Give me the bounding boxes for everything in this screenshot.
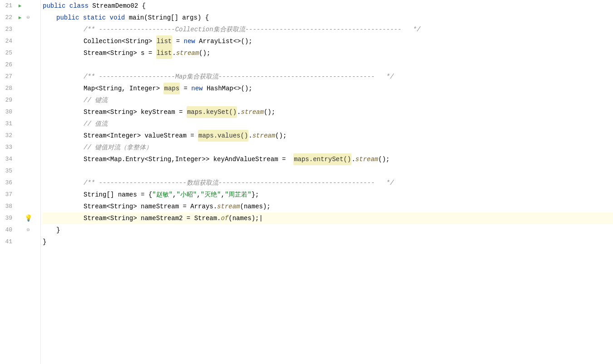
line-number: 37 — [0, 189, 16, 201]
code-line: } — [43, 236, 613, 248]
code-line: // 键流 — [43, 94, 613, 106]
code-text: < — [106, 106, 110, 118]
code-line: /** -----------------------数组获取流--------… — [43, 177, 613, 189]
code-line: } — [43, 224, 613, 236]
code-line — [43, 165, 613, 177]
code-text: main( — [129, 12, 148, 24]
code-text: <>(); — [233, 35, 252, 47]
code-text: , — [221, 189, 225, 201]
code-text: = — [172, 35, 183, 47]
code-line: Stream<String> keyStream = maps.keySet()… — [43, 106, 613, 118]
code-editor: 21▶22▶⊖232425262728293031323334353637383… — [0, 0, 613, 364]
code-text: [] args) { — [171, 12, 209, 24]
code-line — [43, 59, 613, 71]
gutter-row: 25 — [0, 47, 40, 59]
highlighted-variable: list — [156, 35, 173, 47]
method-name: stream — [241, 106, 264, 118]
line-number: 22 — [0, 12, 16, 24]
code-line: // 值流 — [43, 118, 613, 130]
code-text: (); — [264, 106, 275, 118]
type-name: Collection — [84, 35, 122, 47]
type-name: Stream — [84, 153, 106, 165]
block-comment: --------------------Map集合获取流------------… — [95, 71, 394, 83]
string-literal: "灭绝" — [201, 189, 221, 201]
code-line: // 键值对流（拿整体） — [43, 142, 613, 153]
code-text: < — [122, 35, 125, 47]
gutter-row: 26 — [0, 59, 40, 71]
code-line: Stream<String> nameStream2 = Stream.of(n… — [43, 212, 613, 224]
code-text: > s = — [133, 47, 156, 59]
code-line: /** --------------------Collection集合获取流-… — [43, 24, 613, 35]
line-number: 35 — [0, 165, 16, 177]
code-text: , — [171, 153, 175, 165]
type-name: String — [110, 106, 133, 118]
type-name: ArrayList — [199, 35, 233, 47]
type-name: Map.Entry — [110, 153, 145, 165]
type-name: Integer — [110, 130, 137, 142]
code-text: < — [106, 153, 110, 165]
highlighted-variable: maps.keySet() — [187, 106, 237, 118]
line-number: 29 — [0, 94, 16, 106]
code-text: < — [144, 153, 148, 165]
code-text: (); — [199, 47, 210, 59]
gutter-row: 24 — [0, 35, 40, 47]
gutter-row: 30 — [0, 106, 40, 118]
line-number: 40 — [0, 224, 16, 236]
code-text: . — [213, 201, 217, 212]
line-number: 27 — [0, 71, 16, 83]
gutter-row: 39💡 — [0, 212, 40, 224]
code-text: , — [122, 83, 129, 94]
keyword: new — [183, 35, 199, 47]
string-literal: "赵敏" — [152, 189, 173, 201]
keyword: public class — [43, 0, 92, 12]
type-name: String — [110, 201, 133, 212]
gutter-row: 34 — [0, 153, 40, 165]
gutter-row: 40⊖ — [0, 224, 40, 236]
gutter-row: 33 — [0, 142, 40, 153]
line-number: 39 — [0, 212, 16, 224]
type-name: Stream — [84, 212, 106, 224]
code-text: > — [148, 35, 156, 47]
line-number: 28 — [0, 83, 16, 94]
line-fold-icon[interactable]: ⊖ — [24, 12, 32, 24]
highlighted-variable: maps.entrySet() — [293, 153, 351, 165]
type-name: Stream — [84, 201, 106, 212]
type-name: String — [110, 212, 133, 224]
line-run-icon[interactable]: ▶ — [16, 0, 24, 12]
line-run-icon[interactable]: ▶ — [16, 12, 24, 24]
code-text: < — [106, 201, 110, 212]
type-name: String — [148, 153, 171, 165]
code-text: }; — [252, 189, 259, 201]
line-number: 38 — [0, 201, 16, 212]
code-text: , — [173, 189, 176, 201]
line-number: 36 — [0, 177, 16, 189]
type-name: String — [148, 12, 171, 24]
gutter-row: 36 — [0, 177, 40, 189]
code-text: < — [106, 130, 110, 142]
line-number: 26 — [0, 59, 16, 71]
type-name: Stream — [194, 212, 217, 224]
code-text: . — [237, 106, 241, 118]
highlighted-variable: maps — [163, 83, 180, 94]
line-number: 23 — [0, 24, 16, 35]
block-comment: -----------------------数组获取流------------… — [95, 177, 394, 189]
line-number: 41 — [0, 236, 16, 248]
line-fold-icon[interactable]: ⊖ — [24, 224, 32, 236]
type-name: String — [99, 83, 122, 94]
string-literal: "周芷若" — [225, 189, 252, 201]
code-text: >> keyAndValueStream = — [202, 153, 294, 165]
gutter-row: 38 — [0, 201, 40, 212]
class-name: StreamDemo02 { — [92, 0, 146, 12]
line-number: 24 — [0, 35, 16, 47]
gutter-row: 41 — [0, 236, 40, 248]
line-number: 31 — [0, 118, 16, 130]
code-line: String[] names = {"赵敏","小昭","灭绝","周芷若"}; — [43, 189, 613, 201]
type-name: Integer — [129, 83, 156, 94]
type-name: Stream — [84, 47, 106, 59]
gutter-row: 31 — [0, 118, 40, 130]
comment: // 键流 — [84, 94, 108, 106]
type-name: Stream — [84, 130, 106, 142]
line-number: 33 — [0, 142, 16, 153]
code-line: Stream<Map.Entry<String,Integer>> keyAnd… — [43, 153, 613, 165]
line-fold-icon[interactable]: 💡 — [24, 212, 32, 224]
